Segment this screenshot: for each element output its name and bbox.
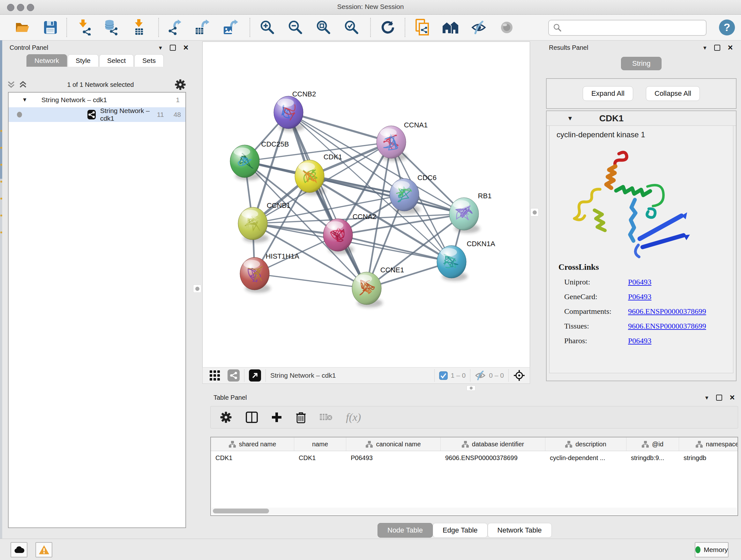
column-header-canonical-name[interactable]: canonical name (346, 437, 441, 451)
crosslink-link[interactable]: P06493 (628, 293, 651, 301)
export-table-button[interactable] (195, 19, 211, 36)
search-input[interactable] (562, 24, 706, 32)
scrollbar-thumb[interactable] (213, 509, 269, 513)
table-cell[interactable]: stringdb:9... (626, 451, 679, 464)
panel-float-icon[interactable] (170, 45, 176, 51)
panel-menu-icon[interactable]: ▾ (705, 394, 709, 401)
node-table[interactable]: shared namenamecanonical namedatabase id… (210, 437, 738, 516)
cloud-button[interactable] (10, 542, 27, 557)
panel-float-icon[interactable] (714, 45, 720, 51)
network-node-HIST1H1A[interactable]: HIST1H1A (240, 252, 299, 293)
table-cell[interactable]: CDK1 (211, 451, 294, 464)
import-network-from-database-button[interactable] (102, 19, 119, 36)
home-button[interactable] (442, 19, 459, 36)
column-header-namespace[interactable]: namespace (679, 437, 738, 451)
add-column-icon[interactable] (271, 412, 282, 423)
horizontal-splitter-handle[interactable] (467, 385, 475, 391)
panel-close-icon[interactable]: × (730, 395, 735, 400)
help-button[interactable]: ? (719, 19, 735, 36)
network-from-clipboard-button[interactable] (414, 19, 431, 36)
table-cell[interactable]: CDK1 (294, 451, 346, 464)
network-view[interactable]: CCNB2CCNA1CDC25BCDK1CDC6RB1CCNB1CCNA2CDK… (202, 42, 530, 368)
crosslink-link[interactable]: 9606.ENSP00000378699 (628, 322, 706, 330)
tab-string[interactable]: String (621, 57, 662, 70)
column-label: description (576, 441, 606, 448)
panel-close-icon[interactable]: × (184, 45, 189, 50)
column-header-shared-name[interactable]: shared name (211, 437, 294, 451)
gear-icon[interactable] (174, 78, 186, 91)
tab-network-table[interactable]: Network Table (488, 523, 552, 538)
tree-expand-icon[interactable]: ▼ (22, 97, 27, 103)
string-view-icon[interactable] (227, 369, 240, 381)
tab-node-table[interactable]: Node Table (378, 523, 433, 538)
export-network-button[interactable] (167, 19, 184, 36)
column-header-database-identifier[interactable]: database identifier (441, 437, 545, 451)
zoom-fit-button[interactable] (315, 19, 332, 36)
columns-icon[interactable] (246, 412, 258, 423)
hidden-eye-icon[interactable] (475, 371, 486, 380)
zoom-out-button[interactable] (287, 19, 304, 36)
expand-all-button[interactable]: Expand All (583, 86, 633, 101)
birdseye-grid-icon[interactable] (209, 370, 220, 381)
edge-count: 48 (174, 111, 181, 118)
panel-menu-icon[interactable]: ▾ (703, 44, 706, 51)
table-cell[interactable]: P06493 (346, 451, 441, 464)
expand-all-icon[interactable] (19, 81, 27, 88)
collapse-all-button[interactable]: Collapse All (646, 86, 700, 101)
show-panel-button[interactable] (498, 19, 515, 36)
gene-collapse-icon[interactable]: ▼ (567, 115, 573, 122)
right-splitter-handle[interactable] (530, 208, 539, 216)
node-label: CCNA2 (353, 212, 377, 221)
crosslink-link[interactable]: P06493 (628, 278, 651, 287)
panel-close-icon[interactable]: × (728, 45, 733, 50)
table-cell[interactable]: 9606.ENSP00000378699 (441, 451, 545, 464)
table-horizontal-scrollbar[interactable] (212, 508, 737, 515)
column-header-@id[interactable]: @id (626, 437, 679, 451)
tab-sets[interactable]: Sets (134, 54, 164, 67)
table-panel: Table Panel ▾ × (206, 391, 741, 535)
network-node-RB1[interactable]: RB1 (449, 192, 491, 233)
toolbar-divider (405, 18, 405, 37)
panel-float-icon[interactable] (716, 395, 722, 401)
tab-network[interactable]: Network (26, 54, 67, 67)
external-view-icon[interactable] (249, 369, 261, 381)
left-splitter-handle[interactable] (193, 285, 201, 293)
crosslink-link[interactable]: 9606.ENSP00000378699 (628, 307, 706, 316)
tab-style[interactable]: Style (68, 54, 98, 67)
table-cell[interactable]: cyclin-dependent ... (545, 451, 626, 464)
network-row-selected[interactable]: String Network – cdk1 11 48 (9, 107, 185, 122)
collapse-all-icon[interactable] (8, 81, 15, 88)
export-image-button[interactable] (223, 19, 239, 36)
selected-checkbox-icon[interactable] (439, 371, 448, 380)
column-header-name[interactable]: name (294, 437, 346, 451)
column-header-description[interactable]: description (545, 437, 626, 451)
hide-panel-button[interactable] (470, 19, 487, 36)
warnings-button[interactable] (36, 542, 52, 557)
apply-layout-button[interactable] (379, 19, 396, 36)
memory-button[interactable]: Memory (695, 542, 729, 557)
delete-column-icon[interactable] (295, 411, 307, 423)
tab-edge-table[interactable]: Edge Table (433, 523, 488, 538)
panel-menu-icon[interactable]: ▾ (159, 44, 162, 51)
save-session-button[interactable] (42, 19, 59, 36)
network-collection-row[interactable]: ▼ String Network – cdk1 1 (9, 92, 185, 107)
import-table-button[interactable] (131, 19, 147, 36)
network-node-CDK1[interactable]: CDK1 (295, 153, 342, 195)
network-node-CDC25B[interactable]: CDC25B (230, 140, 289, 180)
import-network-button[interactable] (75, 19, 92, 36)
network-edges[interactable] (245, 112, 464, 288)
search-field[interactable] (548, 20, 706, 36)
network-node-CDKN1A[interactable]: CDKN1A (437, 240, 495, 281)
open-session-button[interactable] (14, 19, 30, 36)
zoom-in-button[interactable] (259, 19, 276, 36)
table-type-tabs: Node TableEdge TableNetwork Table (378, 523, 552, 538)
table-gear-icon[interactable] (219, 411, 232, 424)
fit-content-crosshair-icon[interactable] (513, 369, 525, 381)
table-cell[interactable]: stringdb (679, 451, 738, 464)
network-column-icon (229, 441, 236, 448)
network-node-CCNA1[interactable]: CCNA1 (377, 121, 428, 161)
table-row[interactable]: CDK1CDK1P064939606.ENSP00000378699cyclin… (211, 451, 738, 464)
tab-select[interactable]: Select (99, 54, 134, 67)
zoom-selected-button[interactable] (343, 19, 360, 36)
crosslink-link[interactable]: P06493 (628, 336, 651, 345)
